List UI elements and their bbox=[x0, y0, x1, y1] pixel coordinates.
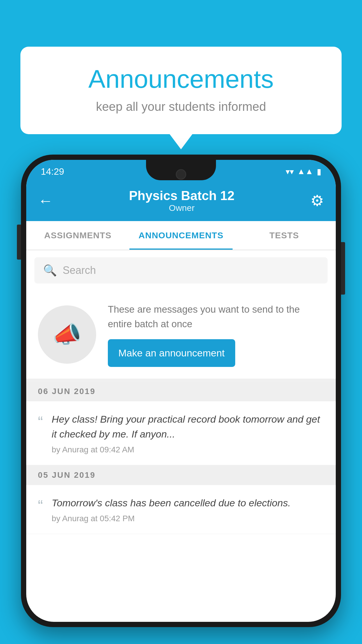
phone-mockup: 14:29 ▾▾ ▲▲ ▮ ← Physics Batch 12 Owner ⚙ bbox=[21, 155, 341, 627]
phone-notch bbox=[146, 160, 216, 180]
phone-power-button bbox=[341, 242, 345, 295]
announcement-author-1: by Anurag at 09:42 AM bbox=[52, 445, 324, 454]
search-placeholder: Search bbox=[63, 264, 96, 276]
status-time: 14:29 bbox=[41, 166, 64, 177]
batch-name: Physics Batch 12 bbox=[129, 188, 235, 203]
promo-content: These are messages you want to send to t… bbox=[108, 302, 324, 367]
announcement-author-2: by Anurag at 05:42 PM bbox=[52, 514, 324, 523]
signal-icon: ▲▲ bbox=[297, 167, 313, 176]
phone-camera bbox=[176, 169, 186, 180]
announcement-text-2: Tomorrow's class has been cancelled due … bbox=[52, 496, 324, 510]
announcement-text-1: Hey class! Bring your practical record b… bbox=[52, 412, 324, 442]
megaphone-icon: 📣 bbox=[52, 321, 82, 348]
date-label-2: 05 JUN 2019 bbox=[38, 470, 96, 480]
status-icons: ▾▾ ▲▲ ▮ bbox=[286, 167, 321, 176]
date-section-1: 06 JUN 2019 bbox=[26, 382, 336, 401]
search-bar[interactable]: 🔍 Search bbox=[34, 257, 328, 284]
tab-tests[interactable]: TESTS bbox=[233, 221, 336, 250]
user-role: Owner bbox=[129, 203, 235, 213]
date-label-1: 06 JUN 2019 bbox=[38, 387, 96, 396]
make-announcement-button[interactable]: Make an announcement bbox=[108, 339, 235, 367]
announcement-item-2[interactable]: “ Tomorrow's class has been cancelled du… bbox=[26, 485, 336, 534]
speech-bubble-card: Announcements keep all your students inf… bbox=[20, 47, 342, 134]
phone-screen: 14:29 ▾▾ ▲▲ ▮ ← Physics Batch 12 Owner ⚙ bbox=[26, 160, 336, 622]
quote-icon-2: “ bbox=[38, 498, 43, 513]
announcement-content-1: Hey class! Bring your practical record b… bbox=[52, 412, 324, 454]
bubble-title: Announcements bbox=[44, 64, 318, 94]
search-icon: 🔍 bbox=[43, 264, 57, 277]
announcement-content-2: Tomorrow's class has been cancelled due … bbox=[52, 496, 324, 523]
search-container: 🔍 Search bbox=[26, 250, 336, 290]
announcement-item-1[interactable]: “ Hey class! Bring your practical record… bbox=[26, 401, 336, 465]
date-section-2: 05 JUN 2019 bbox=[26, 465, 336, 485]
tab-announcements[interactable]: ANNOUNCEMENTS bbox=[129, 221, 233, 250]
settings-icon[interactable]: ⚙ bbox=[310, 192, 324, 209]
phone-outer-shell: 14:29 ▾▾ ▲▲ ▮ ← Physics Batch 12 Owner ⚙ bbox=[21, 155, 341, 627]
promo-description: These are messages you want to send to t… bbox=[108, 302, 324, 331]
battery-icon: ▮ bbox=[317, 167, 321, 176]
bubble-subtitle: keep all your students informed bbox=[44, 100, 318, 114]
wifi-icon: ▾▾ bbox=[286, 167, 294, 176]
quote-icon-1: “ bbox=[38, 414, 43, 429]
phone-volume-button bbox=[17, 225, 21, 260]
speech-bubble-section: Announcements keep all your students inf… bbox=[20, 47, 342, 134]
tabs-bar: ASSIGNMENTS ANNOUNCEMENTS TESTS bbox=[26, 221, 336, 250]
promo-section: 📣 These are messages you want to send to… bbox=[26, 290, 336, 382]
app-header: ← Physics Batch 12 Owner ⚙ bbox=[26, 180, 336, 221]
megaphone-circle: 📣 bbox=[38, 305, 96, 364]
tab-assignments[interactable]: ASSIGNMENTS bbox=[26, 221, 129, 250]
header-title-group: Physics Batch 12 Owner bbox=[129, 188, 235, 213]
back-button[interactable]: ← bbox=[38, 192, 53, 209]
